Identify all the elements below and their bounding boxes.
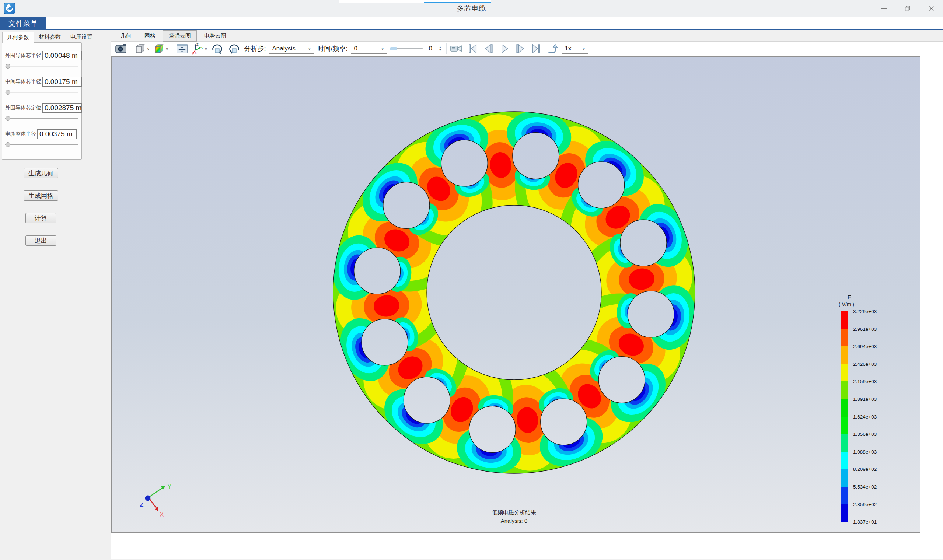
legend-scale: 3.229e+032.961e+032.694e+032.426e+032.15… <box>828 311 920 523</box>
fit-view-icon[interactable] <box>176 43 188 54</box>
viewer-toolbar: ∨ ∨ <box>111 42 943 56</box>
svg-text:X: X <box>195 51 197 54</box>
menubar: 文件菜单 <box>0 17 943 30</box>
plot-caption: 低频电磁分析结果 Analysis: 0 <box>492 509 536 524</box>
restore-button[interactable] <box>896 0 920 17</box>
tab-potential-contour[interactable]: 电势云图 <box>198 30 232 42</box>
legend-color-band <box>841 329 848 347</box>
exit-button[interactable]: 退出 <box>25 235 56 246</box>
legend-color-band <box>841 399 848 417</box>
legend-tick-label: 2.426e+03 <box>853 361 877 366</box>
param-label: 外围导体芯半径 <box>5 52 41 59</box>
rotate-ccw-icon[interactable] <box>228 43 241 54</box>
core-position-input[interactable] <box>42 103 82 113</box>
chevron-down-icon: ∨ <box>165 46 169 51</box>
legend-tick-label: 1.356e+03 <box>853 431 877 437</box>
legend-unit: ( V/m ) <box>828 302 920 307</box>
render-viewport[interactable]: Y X Z E ( V/m ) 3.229e+032.961e+032.694e… <box>111 56 920 533</box>
wireframe-view-icon[interactable]: ∨ <box>134 43 150 54</box>
param-label: 外围导体芯定位 <box>5 105 41 111</box>
param-cable-radius: 电缆整体半径 <box>5 129 78 147</box>
legend-tick-label: 1.624e+03 <box>853 414 877 419</box>
legend-tick-label: 1.891e+03 <box>853 397 877 402</box>
close-button[interactable] <box>920 0 943 17</box>
axis-z-label: Z <box>140 502 143 508</box>
param-label: 电缆整体半径 <box>5 131 36 137</box>
contour-view-icon[interactable]: ∨ <box>153 43 169 54</box>
legend-color-band <box>841 311 848 329</box>
chevron-down-icon: ∨ <box>205 46 208 51</box>
tab-voltage-settings[interactable]: 电压设置 <box>66 32 97 42</box>
toolbar-separator <box>446 43 447 54</box>
chevron-down-icon: ∨ <box>582 46 586 51</box>
legend-tick-label: 1.088e+03 <box>853 449 877 454</box>
analysis-step-label: 分析步: <box>244 44 266 53</box>
svg-text:Z: Z <box>197 43 198 46</box>
parameter-panel: 几何参数 材料参数 电压设置 外围导体芯半径 中间导体芯半径 <box>0 30 111 559</box>
minimize-button[interactable] <box>872 0 896 17</box>
file-menu-tab[interactable]: 文件菜单 <box>0 17 46 30</box>
legend-color-band <box>841 381 848 399</box>
toolbar-separator <box>131 43 131 54</box>
frame-spinner[interactable]: 0 ▲▼ <box>426 44 443 54</box>
analysis-step-select[interactable]: Analysis∨ <box>269 44 314 54</box>
legend-tick-label: 3.229e+03 <box>853 309 877 314</box>
app-window: 多芯电缆 文件菜单 几何参数 材料参数 电压设置 <box>0 0 943 560</box>
action-buttons: 生成几何 生成网格 计算 退出 <box>0 160 82 246</box>
tab-material-params[interactable]: 材料参数 <box>34 32 66 42</box>
step-back-icon[interactable] <box>482 43 495 54</box>
toolbar-separator <box>172 43 172 54</box>
chevron-down-icon: ∨ <box>147 46 150 51</box>
snapshot-icon[interactable] <box>115 43 128 54</box>
legend-color-band <box>841 452 848 469</box>
time-frequency-select[interactable]: 0∨ <box>351 44 387 54</box>
caption-analysis: Analysis: 0 <box>492 518 536 524</box>
legend-tick-label: 2.159e+03 <box>853 379 877 384</box>
legend-tick-label: 2.859e+02 <box>853 502 877 507</box>
first-frame-icon[interactable] <box>466 43 479 54</box>
geometry-param-box: 外围导体芯半径 中间导体芯半径 外围导体芯定位 <box>2 42 82 160</box>
background-window-edge <box>424 2 491 3</box>
rotate-cw-icon[interactable] <box>211 43 224 54</box>
cable-radius-slider[interactable] <box>5 142 78 147</box>
spinner-arrows-icon[interactable]: ▲▼ <box>437 44 443 53</box>
legend-color-band <box>841 364 848 382</box>
svg-text:Y: Y <box>201 46 203 50</box>
compute-button[interactable]: 计算 <box>25 213 56 223</box>
tab-geometry[interactable]: 几何 <box>114 30 137 42</box>
record-animation-icon[interactable] <box>450 43 463 54</box>
middle-core-radius-slider[interactable] <box>5 89 78 95</box>
step-forward-icon[interactable] <box>514 43 526 54</box>
legend-color-band <box>841 469 848 487</box>
legend-tick-label: 2.694e+03 <box>853 344 877 349</box>
axis-x-label: X <box>160 511 164 518</box>
cable-radius-input[interactable] <box>37 129 77 139</box>
outer-core-radius-slider[interactable] <box>5 63 78 69</box>
tab-geometry-params[interactable]: 几何参数 <box>2 32 34 43</box>
last-frame-icon[interactable] <box>530 43 542 54</box>
app-logo-icon <box>4 3 15 14</box>
legend-color-band <box>841 487 848 505</box>
field-contour-plot[interactable] <box>112 57 920 533</box>
generate-geometry-button[interactable]: 生成几何 <box>23 168 58 178</box>
titlebar: 多芯电缆 <box>0 0 943 17</box>
orientation-axes-icon[interactable]: Z Y X ∨ <box>192 43 208 54</box>
core-position-slider[interactable] <box>5 116 78 121</box>
tab-field-contour[interactable]: 场强云图 <box>163 30 197 42</box>
loop-icon[interactable] <box>546 43 558 54</box>
orientation-triad: Y X Z <box>126 473 177 525</box>
legend-color-band <box>841 417 848 434</box>
legend-tick-label: 8.209e+02 <box>853 466 877 472</box>
legend-title: E <box>828 294 920 300</box>
outer-core-radius-input[interactable] <box>42 51 82 60</box>
legend-tick-label: 2.961e+03 <box>853 326 877 332</box>
play-icon[interactable] <box>498 43 511 54</box>
legend-color-band <box>841 434 848 452</box>
middle-core-radius-input[interactable] <box>42 77 82 86</box>
param-outer-core-radius: 外围导体芯半径 <box>5 51 78 69</box>
legend-tick-label: 5.534e+02 <box>853 484 877 490</box>
frame-slider[interactable] <box>390 46 423 51</box>
generate-mesh-button[interactable]: 生成网格 <box>23 191 58 201</box>
tab-mesh[interactable]: 网格 <box>138 30 162 42</box>
playback-speed-select[interactable]: 1x∨ <box>561 44 588 54</box>
